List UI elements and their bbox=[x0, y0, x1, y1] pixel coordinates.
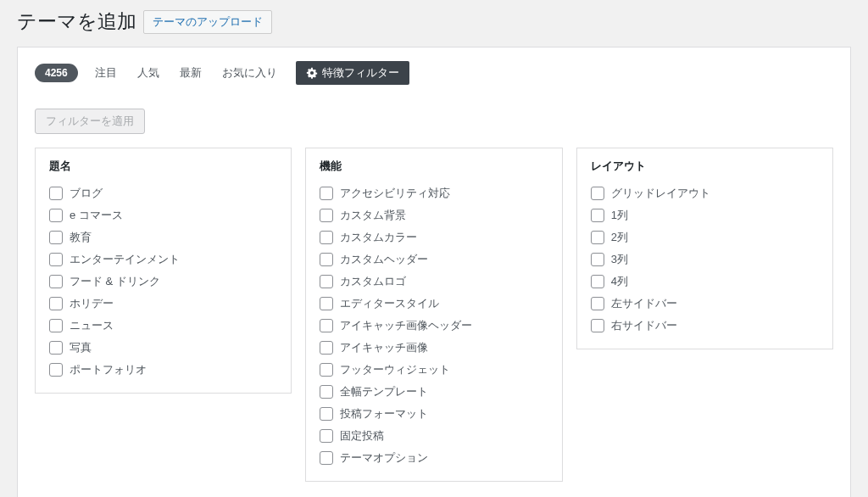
filter-option-label: ホリデー bbox=[70, 296, 114, 311]
filter-option[interactable]: 1列 bbox=[591, 204, 819, 226]
filter-checkbox[interactable] bbox=[49, 231, 63, 244]
filter-option[interactable]: グリッドレイアウト bbox=[591, 182, 819, 204]
filter-checkbox[interactable] bbox=[591, 187, 604, 200]
filter-option[interactable]: 3列 bbox=[591, 248, 819, 271]
filter-option-label: 1列 bbox=[611, 208, 628, 223]
filter-option[interactable]: 左サイドバー bbox=[591, 293, 819, 315]
filter-checkbox[interactable] bbox=[49, 187, 63, 200]
page-title: テーマを追加 bbox=[17, 8, 136, 35]
filter-checkbox[interactable] bbox=[320, 407, 333, 421]
filter-group-features: 機能 アクセシビリティ対応カスタム背景カスタムカラーカスタムヘッダーカスタムロゴ… bbox=[305, 148, 562, 482]
filter-option[interactable]: ポートフォリオ bbox=[49, 359, 277, 381]
filter-checkbox[interactable] bbox=[591, 319, 604, 332]
filter-option[interactable]: ホリデー bbox=[49, 293, 277, 315]
filter-option[interactable]: フッターウィジェット bbox=[320, 359, 548, 381]
filter-checkbox[interactable] bbox=[320, 319, 333, 332]
filter-option-label: 右サイドバー bbox=[611, 318, 677, 333]
filter-option-label: 写真 bbox=[70, 340, 92, 355]
filter-list-layout: グリッドレイアウト1列2列3列4列左サイドバー右サイドバー bbox=[591, 182, 819, 337]
filter-checkbox[interactable] bbox=[320, 253, 333, 266]
filter-checkbox[interactable] bbox=[591, 231, 604, 244]
filter-option-label: 4列 bbox=[611, 274, 628, 289]
filter-option-label: 固定投稿 bbox=[340, 428, 384, 444]
filter-columns: 題名 ブログe コマース教育エンターテインメントフード & ドリンクホリデーニュ… bbox=[35, 148, 833, 482]
filter-option-label: エディタースタイル bbox=[340, 296, 439, 311]
filter-checkbox[interactable] bbox=[320, 341, 333, 355]
filter-checkbox[interactable] bbox=[320, 275, 333, 288]
tab-favorites[interactable]: お気に入り bbox=[214, 62, 286, 84]
filter-checkbox[interactable] bbox=[591, 275, 604, 288]
filter-option[interactable]: e コマース bbox=[49, 204, 277, 226]
filter-checkbox[interactable] bbox=[320, 363, 333, 377]
filter-checkbox[interactable] bbox=[49, 209, 63, 222]
filter-option[interactable]: テーマオプション bbox=[320, 447, 548, 469]
apply-filters-button-top[interactable]: フィルターを適用 bbox=[35, 109, 145, 134]
filter-checkbox[interactable] bbox=[320, 187, 333, 200]
filter-bar: 4256 注目 人気 最新 お気に入り 特徴フィルター bbox=[35, 61, 833, 85]
filter-option[interactable]: カスタム背景 bbox=[320, 204, 548, 226]
filter-option[interactable]: ブログ bbox=[49, 182, 277, 204]
filter-option-label: カスタム背景 bbox=[340, 208, 406, 223]
filter-checkbox[interactable] bbox=[49, 297, 63, 310]
theme-count-badge: 4256 bbox=[35, 64, 78, 82]
filter-option[interactable]: フード & ドリンク bbox=[49, 271, 277, 293]
filter-checkbox[interactable] bbox=[49, 363, 63, 377]
filter-group-layout: レイアウト グリッドレイアウト1列2列3列4列左サイドバー右サイドバー bbox=[576, 148, 833, 349]
theme-browser-panel: 4256 注目 人気 最新 お気に入り 特徴フィルター フィルターを適用 題名 … bbox=[17, 47, 851, 497]
filter-option[interactable]: 4列 bbox=[591, 271, 819, 293]
filter-option-label: アクセシビリティ対応 bbox=[340, 186, 450, 201]
page-header: テーマを追加 テーマのアップロード bbox=[17, 8, 851, 35]
filter-checkbox[interactable] bbox=[591, 209, 604, 222]
filter-checkbox[interactable] bbox=[320, 451, 333, 465]
filter-heading-features: 機能 bbox=[320, 159, 548, 174]
filter-checkbox[interactable] bbox=[591, 297, 604, 310]
filter-option-label: 全幅テンプレート bbox=[340, 384, 428, 399]
filter-checkbox[interactable] bbox=[49, 275, 63, 288]
filter-checkbox[interactable] bbox=[320, 385, 333, 399]
filter-option[interactable]: 写真 bbox=[49, 337, 277, 359]
filter-checkbox[interactable] bbox=[49, 341, 63, 355]
filter-checkbox[interactable] bbox=[49, 319, 63, 332]
filter-option[interactable]: 全幅テンプレート bbox=[320, 381, 548, 403]
filter-option[interactable]: 右サイドバー bbox=[591, 315, 819, 337]
filter-checkbox[interactable] bbox=[320, 209, 333, 222]
filter-option-label: カスタムヘッダー bbox=[340, 252, 428, 267]
filter-option-label: 教育 bbox=[70, 230, 92, 245]
upload-theme-button[interactable]: テーマのアップロード bbox=[143, 10, 272, 34]
filter-option[interactable]: カスタムカラー bbox=[320, 226, 548, 248]
filter-option-label: 左サイドバー bbox=[611, 296, 677, 311]
filter-checkbox[interactable] bbox=[49, 253, 63, 266]
filter-group-subject: 題名 ブログe コマース教育エンターテインメントフード & ドリンクホリデーニュ… bbox=[35, 148, 292, 394]
tab-featured[interactable]: 注目 bbox=[86, 62, 125, 84]
filter-option[interactable]: 固定投稿 bbox=[320, 425, 548, 447]
filter-option-label: アイキャッチ画像ヘッダー bbox=[340, 318, 472, 333]
filter-option-label: 投稿フォーマット bbox=[340, 406, 428, 422]
filter-option-label: e コマース bbox=[70, 208, 123, 223]
filter-option-label: ポートフォリオ bbox=[70, 362, 147, 377]
filter-checkbox[interactable] bbox=[320, 297, 333, 310]
tab-feature-filter[interactable]: 特徴フィルター bbox=[296, 61, 409, 85]
filter-option[interactable]: エディタースタイル bbox=[320, 293, 548, 315]
filter-option[interactable]: アイキャッチ画像ヘッダー bbox=[320, 315, 548, 337]
filter-checkbox[interactable] bbox=[320, 429, 333, 443]
filter-option[interactable]: 2列 bbox=[591, 226, 819, 248]
filter-option[interactable]: アクセシビリティ対応 bbox=[320, 182, 548, 204]
filter-option[interactable]: カスタムヘッダー bbox=[320, 248, 548, 271]
filter-option[interactable]: エンターテインメント bbox=[49, 248, 277, 271]
filter-checkbox[interactable] bbox=[320, 231, 333, 244]
tab-latest[interactable]: 最新 bbox=[171, 62, 210, 84]
filter-option-label: グリッドレイアウト bbox=[611, 186, 710, 201]
filter-option-label: テーマオプション bbox=[340, 450, 428, 466]
filter-option[interactable]: カスタムロゴ bbox=[320, 271, 548, 293]
filter-list-subject: ブログe コマース教育エンターテインメントフード & ドリンクホリデーニュース写… bbox=[49, 182, 277, 381]
feature-filter-label: 特徴フィルター bbox=[322, 65, 399, 81]
filter-option[interactable]: アイキャッチ画像 bbox=[320, 337, 548, 359]
filter-option-label: 3列 bbox=[611, 252, 628, 267]
filter-checkbox[interactable] bbox=[591, 253, 604, 266]
tab-popular[interactable]: 人気 bbox=[129, 62, 168, 84]
filter-option-label: フード & ドリンク bbox=[70, 274, 160, 289]
filter-option[interactable]: 投稿フォーマット bbox=[320, 403, 548, 425]
filter-option[interactable]: 教育 bbox=[49, 226, 277, 248]
filter-option[interactable]: ニュース bbox=[49, 315, 277, 337]
filter-option-label: フッターウィジェット bbox=[340, 362, 450, 377]
